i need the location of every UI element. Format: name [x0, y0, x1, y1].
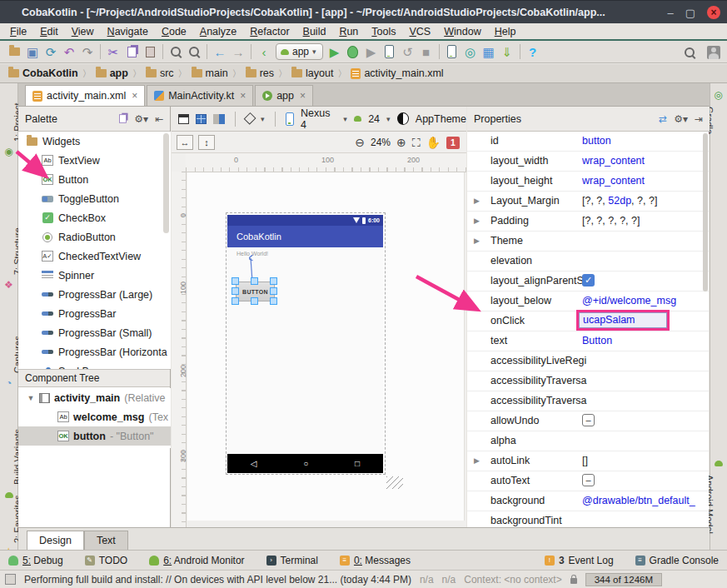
expander-icon[interactable]: ▶: [474, 197, 480, 205]
expander-icon[interactable]: ▶: [474, 217, 480, 225]
breadcrumb-item-src[interactable]: src: [146, 67, 174, 79]
palette-item-spinner[interactable]: Spinner: [18, 266, 171, 285]
menu-item-navigate[interactable]: Navigate: [101, 26, 155, 37]
property-value[interactable]: [?, ?, 52dp, ?, ?]: [582, 195, 657, 207]
breadcrumb-item-activity_main-xml[interactable]: activity_main.xml: [351, 67, 443, 79]
show-design-icon[interactable]: [178, 114, 189, 124]
gradle-icon[interactable]: ◎: [713, 90, 724, 101]
breadcrumb-item-CobaKotlin[interactable]: CobaKotlin: [8, 67, 78, 79]
selection-handle[interactable]: [270, 277, 277, 285]
zoom-out-icon[interactable]: ⊖: [355, 136, 365, 149]
properties-scrollbar[interactable]: [703, 133, 708, 292]
selection-handle[interactable]: [270, 297, 277, 305]
breadcrumb-item-main[interactable]: main: [192, 67, 228, 79]
tool-window-button-todo[interactable]: ✎TODO: [85, 555, 127, 566]
device-selector[interactable]: Nexus 4: [301, 107, 336, 131]
menu-item-build[interactable]: Build: [296, 26, 333, 37]
property-checkbox-layout_alignparentst[interactable]: ✓: [582, 274, 595, 287]
sdk-manager-icon[interactable]: ⇓: [498, 43, 516, 60]
minimize-button[interactable]: –: [667, 7, 673, 18]
zoom-in-icon[interactable]: ⊕: [396, 136, 406, 149]
back-icon[interactable]: ←: [211, 43, 229, 60]
tool-window-button-5-debug[interactable]: 5: Debug: [8, 555, 63, 566]
expander-icon[interactable]: ▼: [27, 394, 35, 402]
cut-icon[interactable]: ✂: [104, 43, 122, 60]
menu-item-run[interactable]: Run: [332, 26, 365, 37]
show-both-icon[interactable]: [213, 114, 224, 124]
component-tree-item-welcome_msg[interactable]: Abwelcome_msg (Tex: [18, 407, 171, 426]
help-icon[interactable]: ?: [524, 43, 542, 60]
show-blueprint-icon[interactable]: [196, 114, 207, 124]
run-icon[interactable]: ▶: [326, 43, 344, 60]
find-icon[interactable]: [167, 43, 185, 60]
palette-copy-icon[interactable]: [119, 114, 127, 122]
maximize-button[interactable]: ▢: [685, 7, 695, 18]
palette-item-progressbar[interactable]: ProgressBar: [18, 304, 171, 323]
property-value[interactable]: Button: [582, 335, 612, 346]
property-checkbox-allowundo[interactable]: –: [582, 414, 595, 426]
tool-window-button-terminal[interactable]: ›Terminal: [266, 555, 318, 566]
debug-icon[interactable]: [344, 43, 362, 60]
run-coverage-icon[interactable]: ▶: [362, 43, 381, 60]
mode-tab-design[interactable]: Design: [27, 531, 84, 550]
component-tree-item-button[interactable]: OKbutton - "Button": [18, 426, 171, 446]
menu-item-analyze[interactable]: Analyze: [193, 26, 243, 37]
lock-icon[interactable]: [570, 578, 577, 584]
compile-icon[interactable]: ‹: [255, 43, 273, 60]
palette-pin-icon[interactable]: ⇤: [155, 113, 163, 125]
captures-icon[interactable]: ◔: [3, 378, 14, 389]
redo-icon[interactable]: ↷: [78, 43, 97, 60]
property-value[interactable]: @drawable/btn_default_: [582, 495, 695, 506]
paste-icon[interactable]: [141, 43, 159, 60]
pan-icon[interactable]: ✋: [426, 136, 441, 149]
tab-close-icon[interactable]: ×: [240, 90, 246, 102]
palette-item-progressbar-large-[interactable]: ProgressBar (Large): [18, 285, 171, 304]
properties-gear-icon[interactable]: ⚙▾: [674, 113, 688, 125]
tool-window-button-event-log[interactable]: !3Event Log: [545, 555, 614, 566]
device-resize-handle[interactable]: [386, 476, 403, 489]
palette-item-checkbox[interactable]: ✓CheckBox: [18, 208, 171, 227]
palette-item-checkedtextview[interactable]: A✓CheckedTextView: [18, 247, 171, 266]
menu-item-vcs[interactable]: VCS: [403, 26, 438, 37]
expand-vertical-icon[interactable]: ↕: [198, 135, 215, 150]
theme-selector[interactable]: AppTheme: [416, 113, 466, 125]
project-structure-icon[interactable]: ▦: [480, 43, 498, 60]
android-model-icon[interactable]: [713, 458, 724, 469]
palette-item-textview[interactable]: AbTextView: [18, 151, 171, 170]
property-value-editor[interactable]: ucapSalam: [579, 312, 667, 328]
editor-tab-MainActivity-kt[interactable]: MainActivity.kt×: [147, 85, 253, 106]
menu-item-view[interactable]: View: [65, 26, 101, 37]
tool-window-button-gradle-console[interactable]: ≡Gradle Console: [635, 555, 719, 566]
tab-close-icon[interactable]: ×: [132, 90, 137, 102]
selection-handle[interactable]: [232, 287, 239, 295]
breadcrumb-item-layout[interactable]: layout: [291, 67, 333, 79]
avatar[interactable]: [707, 46, 720, 59]
property-checkbox-autotext[interactable]: –: [582, 474, 595, 486]
menu-item-code[interactable]: Code: [155, 26, 193, 37]
project-icon[interactable]: ◉: [3, 147, 14, 157]
selection-handle[interactable]: [270, 287, 277, 295]
gradle-sync-icon[interactable]: ◎: [461, 43, 480, 60]
expander-icon[interactable]: ▶: [474, 237, 480, 245]
palette-group-widgets[interactable]: Widgets: [18, 132, 171, 151]
design-canvas[interactable]: ↔ ↕ ⊖ 24% ⊕ ⛶ ✋ 1 0100200 0100200300 6:0…: [172, 132, 466, 527]
properties-swap-icon[interactable]: ⇄: [659, 113, 667, 125]
avd-manager-icon[interactable]: [443, 43, 461, 60]
tool-window-button-6-android-monitor[interactable]: 6: Android Monitor: [149, 555, 244, 566]
close-button[interactable]: ×: [707, 6, 720, 19]
toggle-toolwindows-icon[interactable]: [5, 574, 16, 585]
zoom-fit-icon[interactable]: ⛶: [412, 136, 421, 150]
window-titlebar[interactable]: CobaKotlin - [~/Project/AndroidStudioPro…: [0, 0, 727, 24]
undo-icon[interactable]: ↶: [60, 43, 78, 60]
palette-scrollbar[interactable]: [163, 133, 169, 233]
selection-handle[interactable]: [251, 277, 258, 285]
property-value[interactable]: [?, ?, ?, ?, ?]: [582, 215, 640, 227]
menu-item-help[interactable]: Help: [488, 26, 523, 37]
structure-icon[interactable]: ❖: [3, 280, 14, 291]
selection-handle[interactable]: [232, 297, 239, 305]
api-selector[interactable]: 24: [368, 113, 380, 125]
memory-indicator[interactable]: 344 of 1246M: [585, 573, 662, 586]
attach-android-debugger-icon[interactable]: [381, 43, 399, 60]
component-tree-item-activity_main[interactable]: ▼activity_main (Relative: [18, 388, 171, 407]
breadcrumb-item-res[interactable]: res: [246, 67, 274, 79]
